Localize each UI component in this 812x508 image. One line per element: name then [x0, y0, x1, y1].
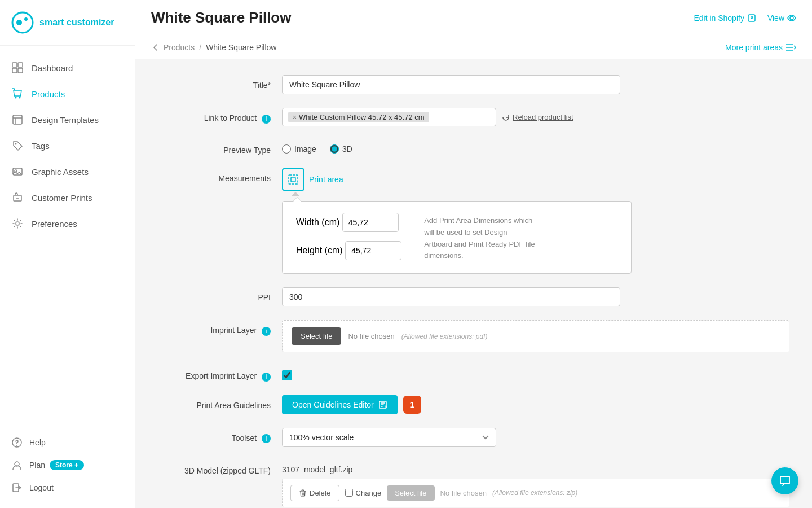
reload-icon [502, 113, 510, 121]
plan-badge[interactable]: Store + [50, 460, 84, 470]
model-file-name: 3107_model_gltf.zip [282, 461, 789, 474]
dimension-hint: Add Print Area Dimensions which will be … [424, 213, 537, 262]
imprint-layer-info-icon[interactable]: i [262, 327, 271, 336]
sidebar-item-logout[interactable]: Logout [0, 476, 135, 499]
svg-rect-29 [291, 177, 295, 182]
print-area-icon [282, 168, 304, 191]
view-link[interactable]: View [767, 14, 796, 23]
preview-3d-option[interactable]: 3D [330, 144, 352, 154]
export-imprint-row: Export Imprint Layer i [158, 366, 789, 382]
content-area: Title* Link to Product i × White Custom … [135, 59, 812, 508]
sidebar-item-graphic-assets[interactable]: Graphic Assets [0, 159, 135, 185]
measurements-panel: Width (cm) Height (cm) Add Print Area Di… [282, 201, 632, 274]
top-bar-actions: Edit in Shopify View [694, 14, 796, 23]
open-guidelines-editor-button[interactable]: Open Guidelines Editor [282, 395, 398, 414]
main-content: White Square Pillow Edit in Shopify View… [135, 0, 812, 508]
linked-product-input[interactable]: × White Custom Pillow 45.72 x 45.72 cm [282, 108, 496, 126]
change-model-label[interactable]: Change [345, 489, 382, 497]
tags-icon [11, 139, 24, 152]
sidebar-nav: Dashboard Products Design Templates Tags [0, 46, 135, 422]
svg-point-1 [16, 20, 22, 25]
link-product-row: × White Custom Pillow 45.72 x 45.72 cm R… [282, 108, 789, 126]
plan-label: Plan [29, 461, 45, 470]
sidebar-item-plan[interactable]: Plan Store + [0, 454, 135, 476]
preview-image-label: Image [294, 144, 316, 154]
delete-model-button[interactable]: Delete [290, 485, 339, 501]
print-area-guidelines-row: Print Area Guidelines Open Guidelines Ed… [158, 395, 789, 414]
ppi-control [282, 287, 789, 306]
preview-type-control: Image 3D [282, 140, 789, 154]
chip-x[interactable]: × [293, 113, 297, 121]
height-field: Height (cm) [296, 241, 401, 260]
edit-in-shopify-link[interactable]: Edit in Shopify [694, 14, 756, 23]
preview-3d-label: 3D [342, 144, 352, 154]
select-file-button[interactable]: Select file [292, 327, 341, 345]
logo-icon [11, 11, 34, 34]
select-file-zip-button[interactable]: Select file [387, 485, 434, 501]
preview-type-radio-group: Image 3D [282, 140, 789, 154]
design-templates-icon [11, 113, 24, 126]
svg-rect-3 [12, 63, 17, 67]
preview-type-row: Preview Type Image 3D [158, 140, 789, 155]
print-area-trigger[interactable]: Print area [282, 168, 789, 191]
sidebar-item-help[interactable]: Help [0, 431, 135, 454]
sidebar-item-customer-prints[interactable]: Customer Prints [0, 185, 135, 211]
height-input[interactable] [345, 241, 401, 260]
shopify-icon [747, 14, 756, 23]
svg-point-24 [790, 16, 793, 20]
change-checkbox[interactable] [345, 489, 353, 497]
reload-product-list-button[interactable]: Reload product list [502, 113, 573, 121]
sidebar-item-tags[interactable]: Tags [0, 133, 135, 159]
export-imprint-checkbox[interactable] [282, 370, 292, 380]
svg-point-13 [15, 143, 17, 145]
toolset-control: 100% vector scale Raster [282, 428, 789, 447]
chat-fab-button[interactable] [771, 467, 798, 494]
design-templates-label: Design Templates [32, 115, 99, 125]
no-file-text: No file chosen [348, 332, 394, 340]
title-row: Title* [158, 75, 789, 94]
export-imprint-info-icon[interactable]: i [262, 373, 271, 382]
measurements-label: Measurements [158, 168, 282, 183]
logout-icon [11, 482, 23, 493]
customer-prints-icon [11, 191, 24, 204]
svg-point-20 [16, 445, 17, 446]
3d-model-control: 3107_model_gltf.zip Delete Change Select… [282, 461, 789, 507]
brand-name: smart customizer [39, 17, 114, 28]
more-print-areas-icon [786, 43, 796, 51]
breadcrumb-products-link[interactable]: Products [164, 43, 195, 52]
open-guidelines-label: Open Guidelines Editor [292, 400, 374, 409]
sidebar-item-preferences[interactable]: Preferences [0, 211, 135, 237]
sidebar: smart customizer Dashboard Products Desi… [0, 0, 135, 508]
more-print-areas-label: More print areas [725, 43, 783, 52]
sidebar-item-products[interactable]: Products [0, 81, 135, 107]
svg-rect-28 [289, 175, 298, 184]
sidebar-item-design-templates[interactable]: Design Templates [0, 107, 135, 133]
imprint-layer-control: Select file No file chosen (Allowed file… [282, 320, 789, 352]
toolset-select[interactable]: 100% vector scale Raster [282, 428, 496, 447]
ppi-input[interactable] [282, 287, 620, 306]
sidebar-item-dashboard[interactable]: Dashboard [0, 55, 135, 81]
print-area-guidelines-label: Print Area Guidelines [158, 395, 282, 410]
preview-image-radio[interactable] [282, 144, 291, 154]
imprint-layer-row: Imprint Layer i Select file No file chos… [158, 320, 789, 352]
title-input[interactable] [282, 75, 620, 94]
toolset-info-icon[interactable]: i [262, 434, 271, 443]
preview-3d-radio[interactable] [330, 144, 339, 154]
reload-label: Reload product list [513, 113, 573, 121]
link-to-product-info-icon[interactable]: i [262, 115, 271, 124]
breadcrumb-bar: Products / White Square Pillow More prin… [135, 36, 812, 59]
preview-type-label: Preview Type [158, 140, 282, 155]
chat-icon [778, 474, 792, 488]
imprint-layer-file-row: Select file No file chosen (Allowed file… [282, 320, 789, 352]
height-label: Height (cm) [296, 246, 343, 255]
back-arrow-icon[interactable] [151, 43, 160, 52]
breadcrumb: Products / White Square Pillow [151, 43, 276, 52]
help-icon [11, 437, 23, 448]
dimension-fields: Width (cm) Height (cm) [296, 213, 401, 262]
width-input[interactable] [342, 213, 399, 232]
guidelines-editor-icon [378, 400, 387, 409]
products-icon [11, 87, 24, 100]
link-to-product-row: Link to Product i × White Custom Pillow … [158, 108, 789, 126]
more-print-areas-link[interactable]: More print areas [725, 43, 796, 52]
preview-image-option[interactable]: Image [282, 144, 316, 154]
